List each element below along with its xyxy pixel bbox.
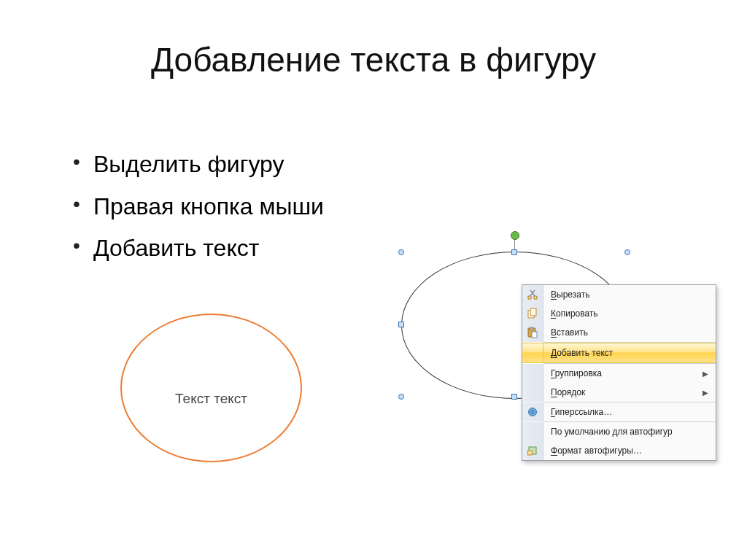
- menu-item-label: Вырезать: [543, 289, 716, 300]
- menu-item[interactable]: Вырезать: [522, 285, 716, 304]
- menu-item-label: Копировать: [543, 308, 716, 319]
- menu-item[interactable]: Копировать: [522, 304, 716, 323]
- submenu-arrow-icon: ▶: [703, 370, 716, 378]
- menu-item[interactable]: Порядок▶: [522, 383, 716, 402]
- resize-handle-tl[interactable]: [398, 249, 404, 255]
- bullet-item: Добавить текст: [73, 228, 324, 270]
- resize-handle-t[interactable]: [511, 249, 517, 255]
- menu-item-label: Вставить: [543, 327, 716, 338]
- menu-icon-slot: [522, 343, 543, 362]
- bullet-item: Выделить фигуру: [73, 144, 324, 186]
- menu-item[interactable]: Формат автофигуры…: [522, 441, 716, 460]
- paste-icon: [522, 323, 543, 342]
- slide-title: Добавление текста в фигуру: [0, 40, 747, 79]
- bullet-item: Правая кнопка мыши: [73, 186, 324, 228]
- menu-item-label: По умолчанию для автофигур: [543, 427, 716, 437]
- resize-handle-b[interactable]: [511, 394, 517, 400]
- resize-handle-tr[interactable]: [624, 249, 630, 255]
- resize-handle-l[interactable]: [398, 322, 404, 327]
- svg-rect-5: [530, 327, 533, 330]
- menu-icon-slot: [522, 422, 543, 441]
- context-menu[interactable]: ВырезатьКопироватьВставитьДобавить текст…: [522, 284, 716, 461]
- svg-point-0: [528, 296, 531, 299]
- menu-item-label: Порядок: [543, 387, 703, 397]
- menu-item[interactable]: По умолчанию для автофигур: [522, 422, 716, 441]
- shape-text: Текст текст: [175, 391, 247, 407]
- menu-item[interactable]: Вставить: [522, 323, 716, 342]
- menu-item-label: Формат автофигуры…: [543, 446, 716, 456]
- submenu-arrow-icon: ▶: [703, 389, 716, 397]
- slide: Добавление текста в фигуру Выделить фигу…: [0, 0, 747, 560]
- menu-item-label: Гиперссылка…: [543, 407, 716, 417]
- svg-rect-6: [532, 332, 537, 338]
- menu-item[interactable]: Группировка▶: [522, 364, 716, 383]
- menu-item[interactable]: Добавить текст: [522, 343, 716, 363]
- example-shape-orange-ellipse: Текст текст: [120, 314, 302, 462]
- menu-icon-slot: [522, 383, 543, 402]
- svg-rect-3: [530, 308, 536, 316]
- rotation-handle[interactable]: [511, 231, 519, 240]
- svg-point-1: [534, 296, 537, 299]
- resize-handle-bl[interactable]: [398, 394, 404, 400]
- menu-icon-slot: [522, 364, 543, 383]
- cut-icon: [522, 285, 543, 304]
- bullet-list: Выделить фигуру Правая кнопка мыши Добав…: [44, 144, 324, 270]
- format-icon: [522, 441, 543, 460]
- svg-rect-9: [528, 451, 533, 455]
- copy-icon: [522, 304, 543, 323]
- menu-item-label: Группировка: [543, 368, 703, 378]
- hyperlink-icon: [522, 402, 543, 421]
- menu-item-label: Добавить текст: [543, 348, 716, 358]
- menu-item[interactable]: Гиперссылка…: [522, 402, 716, 421]
